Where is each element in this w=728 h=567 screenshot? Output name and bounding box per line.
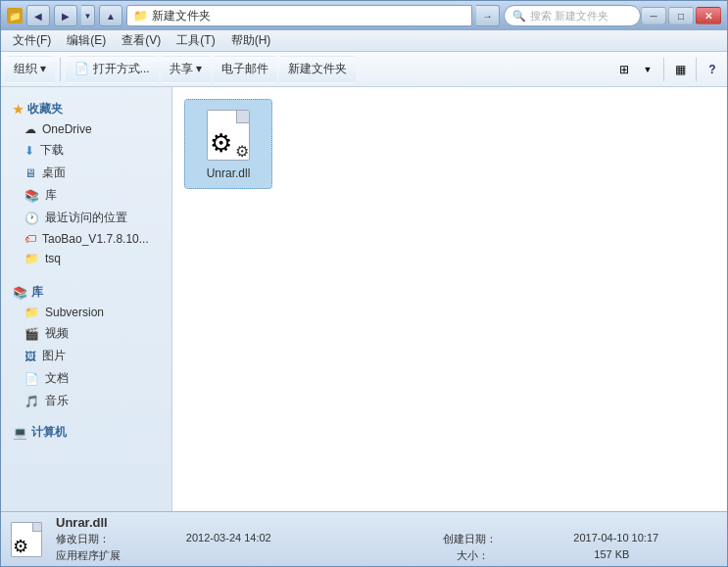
modify-label: 修改日期： — [56, 532, 170, 546]
onedrive-icon: ☁ — [24, 122, 36, 136]
sidebar-item-music[interactable]: 🎵 音乐 — [1, 390, 171, 412]
recent-icon: 🕐 — [24, 212, 39, 225]
file-name-label: Unrar.dll — [207, 166, 251, 180]
video-icon: 🎬 — [24, 327, 39, 341]
sidebar-item-desktop[interactable]: 🖥 桌面 — [1, 162, 171, 184]
title-bar-controls: ─ □ ✕ — [641, 7, 721, 24]
status-meta-2: 应用程序扩展 大小： 157 KB — [56, 548, 719, 563]
spacer — [348, 532, 367, 546]
nav-dropdown-button[interactable]: ▼ — [81, 5, 95, 26]
create-date: 2017-04-10 10:17 — [573, 532, 719, 546]
computer-section-title: 💻 计算机 — [1, 418, 171, 443]
status-filename: Unrar.dll — [56, 515, 719, 530]
file-item-unrar[interactable]: ⚙ ⚙ Unrar.dll — [184, 99, 272, 189]
sidebar-item-tsq[interactable]: 📁 tsq — [1, 249, 171, 268]
taobao-icon: 🏷 — [24, 232, 36, 246]
favorites-section-title: ★ 收藏夹 — [1, 95, 171, 119]
menu-help[interactable]: 帮助(H) — [223, 30, 279, 51]
toolbar-separator-1 — [60, 58, 61, 81]
email-button[interactable]: 电子邮件 — [213, 56, 277, 83]
toolbar-separator-2 — [663, 58, 664, 81]
view-dropdown-button[interactable]: ▼ — [637, 59, 658, 80]
toolbar-right: ⊞ ▼ ▦ ? — [613, 58, 723, 81]
main-file-area: ⚙ ⚙ Unrar.dll — [172, 87, 727, 511]
content-area: ★ 收藏夹 ☁ OneDrive ⬇ 下载 🖥 桌面 📚 库 🕐 最近访问的位 — [1, 87, 727, 511]
computer-icon: 💻 — [13, 426, 27, 440]
address-bar: 📁 新建文件夹 → 🔍 搜索 新建文件夹 — [126, 5, 641, 26]
back-button[interactable]: ◀ — [26, 5, 50, 26]
status-meta: 修改日期： 2012-03-24 14:02 创建日期： 2017-04-10 … — [56, 532, 719, 546]
spacer2 — [226, 548, 246, 563]
library-section-title: 📚 库 — [1, 278, 171, 303]
library-section-icon: 📚 — [13, 286, 27, 300]
new-folder-button[interactable]: 新建文件夹 — [279, 56, 356, 83]
maximize-button[interactable]: □ — [668, 7, 694, 24]
modify-date: 2012-03-24 14:02 — [186, 532, 332, 546]
sidebar-item-library[interactable]: 📚 库 — [1, 184, 171, 207]
view-icon-button[interactable]: ⊞ — [613, 59, 635, 80]
title-bar: 📁 ◀ ▶ ▼ ▲ 📁 新建文件夹 → 🔍 搜索 新建文件夹 ─ □ ✕ — [1, 1, 727, 30]
star-icon: ★ — [13, 103, 24, 117]
sidebar-item-video[interactable]: 🎬 视频 — [1, 322, 171, 345]
organize-button[interactable]: 组织 ▾ — [5, 56, 55, 83]
pictures-icon: 🖼 — [24, 350, 36, 363]
type-label: 应用程序扩展 — [56, 548, 211, 563]
folder-icon-small: 📁 — [133, 9, 148, 23]
sidebar-item-subversion[interactable]: 📁 Subversion — [1, 303, 171, 322]
search-box[interactable]: 🔍 搜索 新建文件夹 — [504, 5, 641, 26]
menu-edit[interactable]: 编辑(E) — [59, 30, 114, 51]
address-text: 新建文件夹 — [152, 8, 211, 24]
open-with-button[interactable]: 📄 打开方式... — [66, 56, 158, 83]
up-button[interactable]: ▲ — [99, 5, 122, 26]
address-input[interactable]: 📁 新建文件夹 — [126, 5, 472, 26]
unrar-dll-icon: ⚙ ⚙ — [201, 108, 256, 163]
sidebar-item-documents[interactable]: 📄 文档 — [1, 367, 171, 390]
create-label: 创建日期： — [443, 532, 558, 546]
toolbar-separator-3 — [696, 58, 697, 81]
sidebar: ★ 收藏夹 ☁ OneDrive ⬇ 下载 🖥 桌面 📚 库 🕐 最近访问的位 — [1, 87, 172, 511]
title-bar-left: 📁 ◀ ▶ ▼ ▲ 📁 新建文件夹 → 🔍 搜索 新建文件夹 — [7, 5, 641, 26]
search-icon: 🔍 — [512, 10, 526, 23]
sidebar-item-downloads[interactable]: ⬇ 下载 — [1, 139, 171, 162]
window: 📁 ◀ ▶ ▼ ▲ 📁 新建文件夹 → 🔍 搜索 新建文件夹 ─ □ ✕ — [0, 0, 728, 567]
status-bar: ⚙ Unrar.dll 修改日期： 2012-03-24 14:02 创建日期：… — [1, 511, 727, 566]
documents-icon: 📄 — [24, 372, 39, 386]
size-label: 大小： — [457, 548, 579, 563]
share-button[interactable]: 共享 ▾ — [161, 56, 211, 83]
folder-window-icon: 📁 — [7, 8, 23, 24]
desktop-icon: 🖥 — [24, 166, 36, 180]
address-go-button[interactable]: → — [476, 5, 500, 26]
minimize-button[interactable]: ─ — [641, 7, 666, 24]
music-icon: 🎵 — [24, 395, 39, 408]
status-info: Unrar.dll 修改日期： 2012-03-24 14:02 创建日期： 2… — [56, 515, 719, 563]
sidebar-item-recent[interactable]: 🕐 最近访问的位置 — [1, 207, 171, 229]
forward-button[interactable]: ▶ — [54, 5, 77, 26]
sidebar-item-onedrive[interactable]: ☁ OneDrive — [1, 119, 171, 139]
menu-bar: 文件(F) 编辑(E) 查看(V) 工具(T) 帮助(H) — [1, 30, 727, 52]
sidebar-item-pictures[interactable]: 🖼 图片 — [1, 345, 171, 367]
spacer3 — [351, 548, 441, 563]
preview-pane-button[interactable]: ▦ — [669, 59, 691, 80]
status-file-icon: ⚙ — [9, 522, 44, 557]
close-button[interactable]: ✕ — [696, 7, 721, 24]
size-value: 157 KB — [594, 548, 719, 563]
sidebar-item-taobao[interactable]: 🏷 TaoBao_V1.7.8.10... — [1, 229, 171, 249]
menu-file[interactable]: 文件(F) — [5, 30, 59, 51]
menu-tools[interactable]: 工具(T) — [169, 30, 222, 51]
menu-view[interactable]: 查看(V) — [114, 30, 169, 51]
download-icon: ⬇ — [24, 144, 34, 158]
tsq-folder-icon: 📁 — [24, 252, 39, 265]
subversion-icon: 📁 — [24, 306, 39, 319]
toolbar: 组织 ▾ 📄 打开方式... 共享 ▾ 电子邮件 新建文件夹 ⊞ ▼ ▦ ? — [1, 52, 727, 87]
library-icon: 📚 — [24, 189, 39, 203]
search-placeholder: 搜索 新建文件夹 — [530, 9, 608, 24]
help-button[interactable]: ? — [702, 59, 723, 80]
